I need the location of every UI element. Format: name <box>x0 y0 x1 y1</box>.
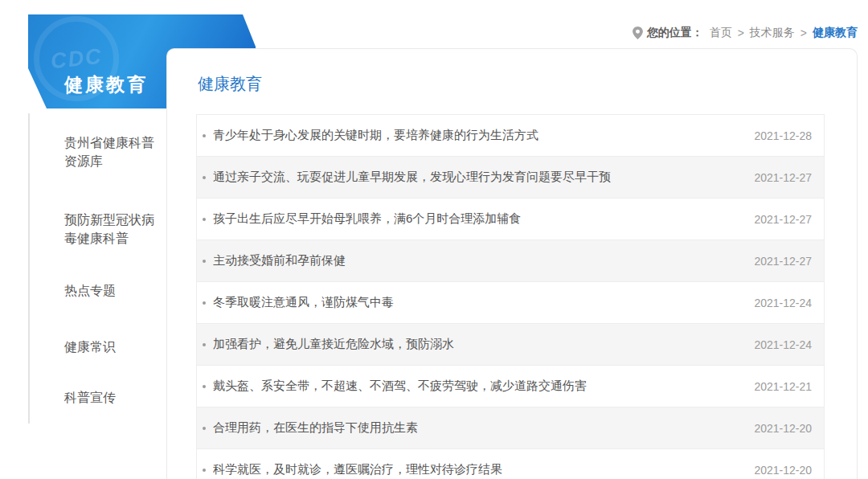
article-date: 2021-12-20 <box>744 422 812 435</box>
breadcrumb-link[interactable]: 技术服务 <box>750 26 795 40</box>
article-row[interactable]: 主动接受婚前和孕前保健 2021-12-27 <box>197 240 824 282</box>
article-date: 2021-12-27 <box>744 213 812 226</box>
breadcrumb-current: 健康教育 <box>813 26 858 40</box>
sidebar-item[interactable]: 贵州省健康科普资源库 <box>64 133 156 170</box>
bullet-icon <box>203 385 206 388</box>
sidebar-item[interactable]: 热点专题 <box>64 281 156 300</box>
location-pin-icon <box>633 27 643 39</box>
bullet-icon <box>203 427 206 430</box>
article-date: 2021-12-24 <box>744 297 812 309</box>
content-panel: 健康教育 青少年处于身心发展的关键时期，要培养健康的行为生活方式 2021-12… <box>166 48 858 479</box>
cdc-logo-text: CDC <box>49 43 103 74</box>
article-date: 2021-12-20 <box>744 464 812 477</box>
article-title-link[interactable]: 科学就医，及时就诊，遵医嘱治疗，理性对待诊疗结果 <box>213 462 731 477</box>
article-title-link[interactable]: 通过亲子交流、玩耍促进儿童早期发展，发现心理行为发育问题要尽早干预 <box>213 170 731 185</box>
article-title-link[interactable]: 戴头盔、系安全带，不超速、不酒驾、不疲劳驾驶，减少道路交通伤害 <box>213 379 731 394</box>
article-date: 2021-12-24 <box>744 338 812 351</box>
banner-title: 健康教育 <box>64 72 148 97</box>
bullet-icon <box>203 134 206 137</box>
bullet-icon <box>203 301 206 305</box>
article-row[interactable]: 青少年处于身心发展的关键时期，要培养健康的行为生活方式 2021-12-28 <box>197 115 824 157</box>
sidebar-divider-line <box>28 113 30 424</box>
article-row[interactable]: 合理用药，在医生的指导下使用抗生素 2021-12-20 <box>197 407 824 449</box>
sidebar-item[interactable]: 预防新型冠状病毒健康科普 <box>64 211 156 248</box>
article-date: 2021-12-27 <box>744 255 812 268</box>
article-row[interactable]: 加强看护，避免儿童接近危险水域，预防溺水 2021-12-24 <box>197 324 824 366</box>
article-title-link[interactable]: 孩子出生后应尽早开始母乳喂养，满6个月时合理添加辅食 <box>213 211 731 227</box>
breadcrumb-label: 您的位置： <box>647 26 703 40</box>
bullet-icon <box>203 469 206 472</box>
article-date: 2021-12-21 <box>744 380 812 393</box>
bullet-icon <box>203 218 206 221</box>
article-title-link[interactable]: 主动接受婚前和孕前保健 <box>213 253 731 268</box>
sidebar-item[interactable]: 健康常识 <box>64 338 156 356</box>
page-title: 健康教育 <box>198 73 262 95</box>
breadcrumb-separator: > <box>738 27 744 39</box>
article-row[interactable]: 科学就医，及时就诊，遵医嘱治疗，理性对待诊疗结果 2021-12-20 <box>197 449 824 479</box>
article-date: 2021-12-28 <box>744 129 812 142</box>
article-title-link[interactable]: 冬季取暖注意通风，谨防煤气中毒 <box>213 295 731 310</box>
article-title-link[interactable]: 加强看护，避免儿童接近危险水域，预防溺水 <box>213 337 731 352</box>
bullet-icon <box>203 260 206 263</box>
article-date: 2021-12-27 <box>744 171 812 184</box>
breadcrumb-separator: > <box>800 27 807 39</box>
sidebar-item[interactable]: 科普宣传 <box>64 388 156 407</box>
article-row[interactable]: 孩子出生后应尽早开始母乳喂养，满6个月时合理添加辅食 2021-12-27 <box>197 199 824 240</box>
bullet-icon <box>203 176 206 179</box>
article-list: 青少年处于身心发展的关键时期，要培养健康的行为生活方式 2021-12-28 通… <box>196 114 825 479</box>
article-title-link[interactable]: 合理用药，在医生的指导下使用抗生素 <box>213 420 731 436</box>
breadcrumb-link[interactable]: 首页 <box>710 26 732 40</box>
article-title-link[interactable]: 青少年处于身心发展的关键时期，要培养健康的行为生活方式 <box>213 128 731 143</box>
article-row[interactable]: 通过亲子交流、玩耍促进儿童早期发展，发现心理行为发育问题要尽早干预 2021-1… <box>197 157 824 199</box>
breadcrumb: 您的位置： 首页>技术服务>健康教育 <box>633 25 858 41</box>
breadcrumb-trail: 首页>技术服务>健康教育 <box>710 26 858 40</box>
bullet-icon <box>203 343 206 346</box>
article-row[interactable]: 冬季取暖注意通风，谨防煤气中毒 2021-12-24 <box>197 282 824 324</box>
article-row[interactable]: 戴头盔、系安全带，不超速、不酒驾、不疲劳驾驶，减少道路交通伤害 2021-12-… <box>197 366 824 407</box>
